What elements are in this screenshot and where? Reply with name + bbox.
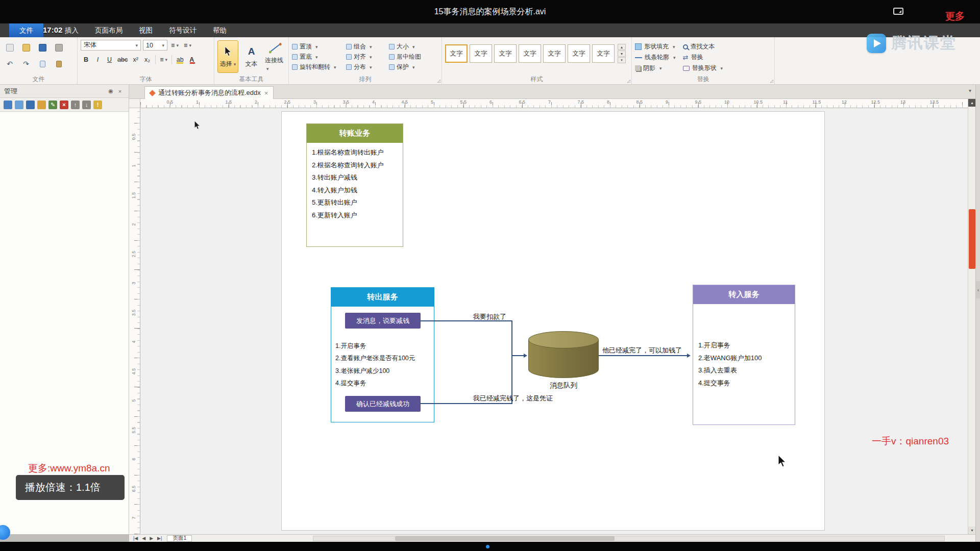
panel-close-icon[interactable]: × bbox=[115, 87, 125, 96]
send-message-node[interactable]: 发消息，说要减钱 bbox=[345, 313, 421, 329]
bring-to-front-button[interactable]: 置顶 bbox=[292, 42, 345, 52]
out-service-shape[interactable]: 转出服务 发消息，说要减钱 1.开启事务 2.查看账户老张是否有100元 3.老… bbox=[331, 287, 434, 422]
video-bottom-bar[interactable] bbox=[0, 542, 980, 551]
subscript-button[interactable]: x₂ bbox=[142, 54, 153, 65]
size-button[interactable]: 大小 bbox=[389, 42, 440, 52]
send-to-back-button[interactable]: 置底 bbox=[292, 52, 345, 62]
last-page-icon[interactable]: ▶| bbox=[155, 536, 164, 541]
line-spacing-icon[interactable]: ≡ bbox=[158, 54, 169, 65]
replace-button[interactable]: ⇄替换 bbox=[683, 53, 723, 62]
transfer-business-shape[interactable]: 转账业务 1.根据名称查询转出账户 2.根据名称查询转入账户 3.转出账户减钱 … bbox=[306, 123, 403, 247]
pin-icon[interactable]: ◉ bbox=[106, 87, 115, 96]
style-swatch[interactable]: 文字 bbox=[494, 44, 517, 63]
document-tab[interactable]: 通过转账分析事务消息的流程.eddx × bbox=[144, 86, 274, 99]
style-swatch[interactable]: 文字 bbox=[543, 44, 566, 63]
scroll-up-icon[interactable]: ▲ bbox=[968, 99, 976, 107]
library-warning-icon[interactable]: ! bbox=[93, 101, 102, 109]
style-gallery-more-icon[interactable]: ▾ bbox=[618, 57, 626, 63]
connector-confirm-to-queue[interactable] bbox=[420, 403, 511, 404]
menu-tab-help[interactable]: 帮助 bbox=[205, 23, 235, 37]
copy-icon[interactable] bbox=[36, 57, 49, 70]
prev-page-icon[interactable]: ◀ bbox=[140, 536, 148, 541]
find-text-button[interactable]: 查找文本 bbox=[683, 42, 723, 51]
font-color-button[interactable]: A bbox=[186, 54, 197, 65]
horizontal-scrollbar-thumb[interactable] bbox=[395, 536, 615, 541]
save-icon[interactable] bbox=[36, 41, 49, 54]
menu-tab-file[interactable]: 文件 bbox=[9, 23, 43, 37]
paste-icon[interactable] bbox=[52, 57, 65, 70]
drawing-canvas[interactable]: 转账业务 1.根据名称查询转出账户 2.根据名称查询转入账户 3.转出账户减钱 … bbox=[140, 108, 968, 534]
cast-screen-icon[interactable] bbox=[893, 8, 903, 15]
text-tool-button[interactable]: A 文本 bbox=[241, 40, 262, 73]
shadow-button[interactable]: 阴影 bbox=[635, 64, 676, 72]
library-import-icon[interactable] bbox=[15, 101, 23, 109]
connector-tool-button[interactable]: 连接线 bbox=[264, 40, 285, 73]
style-swatch[interactable]: 文字 bbox=[519, 44, 541, 63]
italic-button[interactable]: I bbox=[92, 54, 103, 65]
group-button[interactable]: 组合 bbox=[346, 42, 388, 52]
underline-button[interactable]: U bbox=[104, 54, 115, 65]
library-save-icon[interactable] bbox=[26, 101, 35, 109]
rotate-flip-button[interactable]: 旋转和翻转 bbox=[292, 62, 345, 72]
distribute-button[interactable]: 分布 bbox=[346, 62, 388, 72]
library-delete-icon[interactable]: × bbox=[60, 101, 68, 109]
connector-vertical-segment[interactable] bbox=[511, 320, 512, 404]
first-page-icon[interactable]: |◀ bbox=[131, 536, 140, 541]
confirm-node[interactable]: 确认已经减钱成功 bbox=[345, 396, 421, 412]
strikethrough-button[interactable]: abc bbox=[116, 54, 129, 65]
ruler-tick-label: 4 bbox=[131, 338, 136, 345]
vertical-scrollbar[interactable]: ▲ ▼ bbox=[968, 99, 975, 534]
progress-dot-icon[interactable] bbox=[486, 545, 489, 548]
text-tool-icon: A bbox=[245, 45, 258, 58]
menu-tab-view[interactable]: 视图 bbox=[131, 23, 161, 37]
replace-shape-button[interactable]: 替换形状 bbox=[683, 64, 723, 72]
shape-fill-button[interactable]: 形状填充 bbox=[635, 42, 676, 51]
line-outline-button[interactable]: 线条轮廓 bbox=[635, 53, 676, 62]
in-service-shape[interactable]: 转入服务 1.开启事务 2.老WANG账户加100 3.插入去重表 4.提交事务 bbox=[693, 285, 795, 425]
style-swatch[interactable]: 文字 bbox=[445, 44, 468, 63]
style-swatch[interactable]: 文字 bbox=[568, 44, 590, 63]
new-icon[interactable] bbox=[3, 41, 16, 54]
align-button[interactable]: 对齐 bbox=[346, 52, 388, 62]
menu-tab-page-layout[interactable]: 页面布局 bbox=[87, 23, 131, 37]
more-link[interactable]: 更多 bbox=[945, 10, 965, 23]
center-drawing-button[interactable]: 居中绘图 bbox=[389, 52, 440, 62]
redo-icon[interactable]: ↷ bbox=[19, 57, 33, 70]
library-edit-icon[interactable]: ✎ bbox=[48, 101, 57, 109]
menu-tab-symbol-design[interactable]: 符号设计 bbox=[161, 23, 205, 37]
move-up-icon[interactable]: ↑ bbox=[71, 101, 80, 109]
ruler-tick-label: 0.5 bbox=[131, 133, 136, 140]
tab-list-dropdown-icon[interactable]: ▾ bbox=[969, 88, 971, 93]
font-name-select[interactable]: 宋体 bbox=[81, 40, 141, 51]
open-icon[interactable] bbox=[19, 41, 33, 54]
collapse-panel-icon[interactable]: ‹ bbox=[976, 281, 980, 298]
move-down-icon[interactable]: ↓ bbox=[82, 101, 91, 109]
undo-icon[interactable]: ↶ bbox=[3, 57, 16, 70]
horizontal-scrollbar[interactable] bbox=[313, 536, 945, 541]
ruler-tick-label: 4.5 bbox=[402, 99, 408, 105]
next-page-icon[interactable]: ▶ bbox=[148, 536, 155, 541]
library-new-icon[interactable] bbox=[4, 101, 12, 109]
select-tool-button[interactable]: 选择 bbox=[217, 40, 238, 73]
style-scroll-down-icon[interactable]: ▼ bbox=[618, 51, 626, 57]
ruler-tick-label: 12 bbox=[842, 99, 847, 105]
style-swatch[interactable]: 文字 bbox=[470, 44, 492, 63]
protect-button[interactable]: 保护 bbox=[389, 62, 440, 72]
font-size-select[interactable]: 10 bbox=[143, 40, 167, 51]
library-folder-icon[interactable] bbox=[37, 101, 46, 109]
page-tab[interactable]: 页面1 bbox=[167, 535, 192, 542]
connector-into-queue[interactable] bbox=[511, 355, 525, 356]
style-swatch[interactable]: 文字 bbox=[592, 44, 615, 63]
style-scroll-up-icon[interactable]: ▲ bbox=[618, 44, 626, 50]
list-menu-icon[interactable]: ≡ bbox=[182, 40, 193, 51]
connector-queue-to-in[interactable] bbox=[599, 355, 688, 356]
superscript-button[interactable]: x² bbox=[130, 54, 141, 65]
align-menu-icon[interactable]: ≡ bbox=[169, 40, 180, 51]
highlight-color-button[interactable]: ab bbox=[175, 54, 185, 65]
scroll-down-icon[interactable]: ▼ bbox=[968, 527, 976, 534]
print-icon[interactable] bbox=[52, 41, 65, 54]
document-close-icon[interactable]: × bbox=[264, 89, 268, 97]
vertical-scrollbar-thumb[interactable] bbox=[969, 209, 975, 269]
message-queue-shape[interactable] bbox=[528, 331, 599, 378]
bold-button[interactable]: B bbox=[81, 54, 91, 65]
